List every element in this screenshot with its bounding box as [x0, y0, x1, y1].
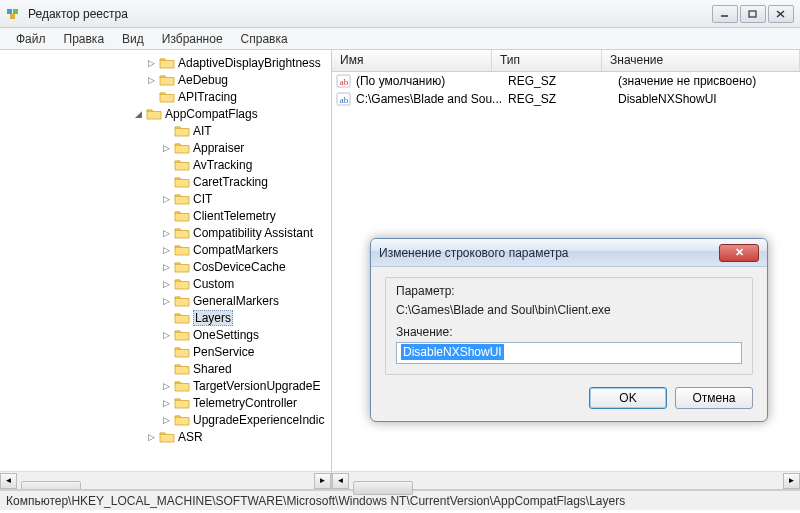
tree-item[interactable]: ClientTelemetry	[0, 207, 331, 224]
folder-icon	[174, 328, 190, 342]
tree-label: UpgradeExperienceIndic	[193, 413, 324, 427]
expander-icon[interactable]: ▷	[160, 380, 172, 392]
expander-icon[interactable]: ▷	[160, 244, 172, 256]
expander-icon[interactable]: ▷	[160, 329, 172, 341]
expander-icon[interactable]: ▷	[160, 227, 172, 239]
expander-icon[interactable]: ▷	[160, 414, 172, 426]
close-button[interactable]	[768, 5, 794, 23]
tree-label: PenService	[193, 345, 254, 359]
expander-icon[interactable]: ▷	[160, 142, 172, 154]
tree-item[interactable]: ▷AdaptiveDisplayBrightness	[0, 54, 331, 71]
ok-button[interactable]: OK	[589, 387, 667, 409]
svg-rect-1	[13, 9, 18, 14]
menu-help[interactable]: Справка	[233, 30, 296, 48]
tree-item[interactable]: ▷AeDebug	[0, 71, 331, 88]
list-row[interactable]: abC:\Games\Blade and Sou...REG_SZDisable…	[332, 90, 800, 108]
svg-rect-0	[7, 9, 12, 14]
svg-text:ab: ab	[340, 77, 349, 87]
col-value[interactable]: Значение	[602, 50, 800, 71]
tree-item[interactable]: ▷CIT	[0, 190, 331, 207]
scroll-left-icon[interactable]: ◄	[0, 473, 17, 489]
expander-icon	[160, 312, 172, 324]
tree-item[interactable]: PenService	[0, 343, 331, 360]
tree-item[interactable]: AIT	[0, 122, 331, 139]
tree-item[interactable]: ▷Custom	[0, 275, 331, 292]
tree-label: Compatibility Assistant	[193, 226, 313, 240]
tree-item[interactable]: ▷CosDeviceCache	[0, 258, 331, 275]
tree-label: GeneralMarkers	[193, 294, 279, 308]
tree-item[interactable]: Layers	[0, 309, 331, 326]
expander-icon[interactable]: ▷	[145, 74, 157, 86]
cancel-button[interactable]: Отмена	[675, 387, 753, 409]
minimize-button[interactable]	[712, 5, 738, 23]
scroll-right-icon[interactable]: ►	[314, 473, 331, 489]
folder-icon	[159, 56, 175, 70]
expander-icon[interactable]: ◢	[132, 108, 144, 120]
tree-item[interactable]: ▷CompatMarkers	[0, 241, 331, 258]
expander-icon[interactable]: ▷	[160, 193, 172, 205]
edit-string-dialog: Изменение строкового параметра ✕ Парамет…	[370, 238, 768, 422]
dialog-titlebar[interactable]: Изменение строкового параметра ✕	[371, 239, 767, 267]
dialog-close-button[interactable]: ✕	[719, 244, 759, 262]
menu-edit[interactable]: Правка	[56, 30, 113, 48]
tree-item[interactable]: Shared	[0, 360, 331, 377]
tree-label: Shared	[193, 362, 232, 376]
expander-icon[interactable]: ▷	[145, 57, 157, 69]
expander-icon[interactable]: ▷	[160, 397, 172, 409]
status-path: Компьютер\HKEY_LOCAL_MACHINE\SOFTWARE\Mi…	[6, 494, 625, 508]
col-type[interactable]: Тип	[492, 50, 602, 71]
list-hscroll[interactable]: ◄ ►	[332, 471, 800, 489]
tree-item[interactable]: AvTracking	[0, 156, 331, 173]
tree-label: AIT	[193, 124, 212, 138]
scroll-right-icon[interactable]: ►	[783, 473, 800, 489]
tree-item[interactable]: ▷TargetVersionUpgradeE	[0, 377, 331, 394]
tree-label: Layers	[193, 310, 233, 326]
tree-item[interactable]: CaretTracking	[0, 173, 331, 190]
folder-icon	[174, 175, 190, 189]
tree-label: Appraiser	[193, 141, 244, 155]
expander-icon[interactable]: ▷	[145, 431, 157, 443]
list-row[interactable]: ab(По умолчанию)REG_SZ(значение не присв…	[332, 72, 800, 90]
expander-icon	[160, 176, 172, 188]
tree-hscroll[interactable]: ◄ ►	[0, 471, 331, 489]
expander-icon[interactable]: ▷	[160, 278, 172, 290]
tree-item[interactable]: ◢AppCompatFlags	[0, 105, 331, 122]
expander-icon[interactable]: ▷	[160, 295, 172, 307]
expander-icon[interactable]: ▷	[160, 261, 172, 273]
folder-icon	[174, 124, 190, 138]
svg-rect-4	[749, 11, 756, 17]
tree-item[interactable]: ▷Compatibility Assistant	[0, 224, 331, 241]
menu-file[interactable]: Файл	[8, 30, 54, 48]
expander-icon	[160, 210, 172, 222]
window-controls	[710, 5, 794, 23]
tree-item[interactable]: APITracing	[0, 88, 331, 105]
list-header[interactable]: Имя Тип Значение	[332, 50, 800, 72]
svg-rect-2	[10, 14, 15, 19]
folder-icon	[174, 413, 190, 427]
cell-name: C:\Games\Blade and Sou...	[356, 92, 508, 106]
tree-item[interactable]: ▷UpgradeExperienceIndic	[0, 411, 331, 428]
tree-item[interactable]: ▷TelemetryController	[0, 394, 331, 411]
folder-icon	[174, 260, 190, 274]
maximize-button[interactable]	[740, 5, 766, 23]
value-label: Значение:	[396, 325, 742, 339]
scroll-left-icon[interactable]: ◄	[332, 473, 349, 489]
registry-tree[interactable]: ▷AdaptiveDisplayBrightness▷AeDebugAPITra…	[0, 50, 331, 468]
tree-label: CosDeviceCache	[193, 260, 286, 274]
tree-label: AppCompatFlags	[165, 107, 258, 121]
tree-label: CompatMarkers	[193, 243, 278, 257]
tree-label: AdaptiveDisplayBrightness	[178, 56, 321, 70]
menu-view[interactable]: Вид	[114, 30, 152, 48]
folder-icon	[174, 192, 190, 206]
tree-item[interactable]: ▷ASR	[0, 428, 331, 445]
col-name[interactable]: Имя	[332, 50, 492, 71]
expander-icon	[160, 346, 172, 358]
value-input[interactable]: DisableNXShowUI	[396, 342, 742, 364]
folder-icon	[159, 90, 175, 104]
menu-favorites[interactable]: Избранное	[154, 30, 231, 48]
tree-label: AeDebug	[178, 73, 228, 87]
tree-item[interactable]: ▷Appraiser	[0, 139, 331, 156]
tree-item[interactable]: ▷GeneralMarkers	[0, 292, 331, 309]
tree-item[interactable]: ▷OneSettings	[0, 326, 331, 343]
tree-label: TargetVersionUpgradeE	[193, 379, 320, 393]
